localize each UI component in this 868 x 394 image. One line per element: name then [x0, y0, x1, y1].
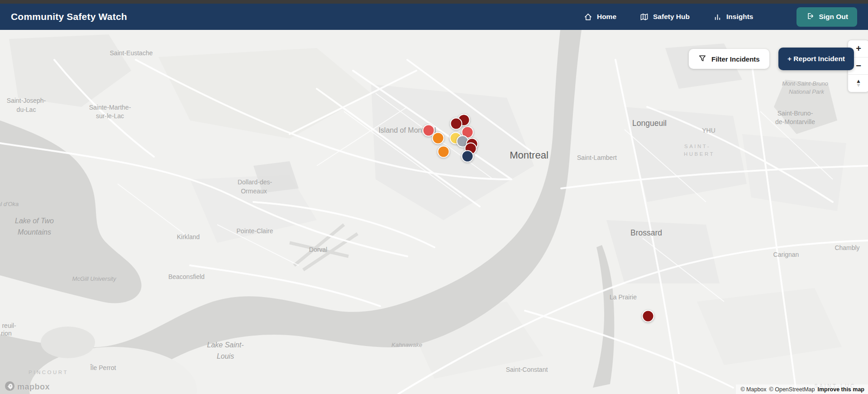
- sign-out-label: Sign Out: [819, 13, 848, 21]
- nav-item-safety-hub[interactable]: Safety Hub: [640, 13, 690, 21]
- nav-label: Home: [597, 13, 616, 21]
- incident-marker-critical[interactable]: [450, 118, 463, 130]
- home-icon: [584, 13, 592, 21]
- report-incident-label: + Report Incident: [787, 55, 845, 63]
- browser-top-strip: [0, 0, 868, 4]
- incident-marker-critical[interactable]: [642, 310, 654, 322]
- main-nav: Home Safety Hub Insights Sign Out: [584, 7, 857, 27]
- osm-credit-link[interactable]: © OpenStreetMap: [769, 386, 815, 393]
- compass-button[interactable]: ▲ ▼: [848, 75, 868, 92]
- map-icon: [640, 13, 649, 21]
- incident-marker-medium[interactable]: [438, 146, 450, 158]
- funnel-icon: [698, 54, 706, 64]
- incident-marker-other[interactable]: [462, 150, 474, 163]
- nav-label: Safety Hub: [653, 13, 690, 21]
- filter-incidents-label: Filter Incidents: [711, 55, 760, 63]
- incident-marker-medium[interactable]: [432, 132, 444, 144]
- app-title: Community Safety Watch: [11, 11, 127, 22]
- sign-out-button[interactable]: Sign Out: [796, 7, 857, 27]
- map-attribution: © Mapbox © OpenStreetMap Improve this ma…: [736, 384, 868, 394]
- compass-down-arrow: ▼: [856, 83, 861, 87]
- nav-item-insights[interactable]: Insights: [713, 13, 753, 21]
- filter-incidents-button[interactable]: Filter Incidents: [689, 49, 769, 69]
- app-header: Community Safety Watch Home Safety Hub I…: [0, 4, 868, 30]
- map-canvas[interactable]: Saint-EustacheSaint-Joseph-du-LacSainte-…: [0, 30, 868, 394]
- nav-label: Insights: [726, 13, 753, 21]
- incident-markers-layer: [0, 30, 868, 394]
- improve-map-link[interactable]: Improve this map: [818, 386, 865, 393]
- mapbox-logo-icon: [5, 381, 15, 393]
- nav-item-home[interactable]: Home: [584, 13, 616, 21]
- mapbox-logo[interactable]: mapbox: [5, 381, 50, 393]
- report-incident-button[interactable]: + Report Incident: [778, 48, 854, 70]
- mapbox-logo-wordmark: mapbox: [17, 382, 50, 392]
- sign-out-icon: [806, 12, 814, 22]
- mapbox-credit-link[interactable]: © Mapbox: [740, 386, 766, 393]
- bar-chart-icon: [713, 13, 722, 21]
